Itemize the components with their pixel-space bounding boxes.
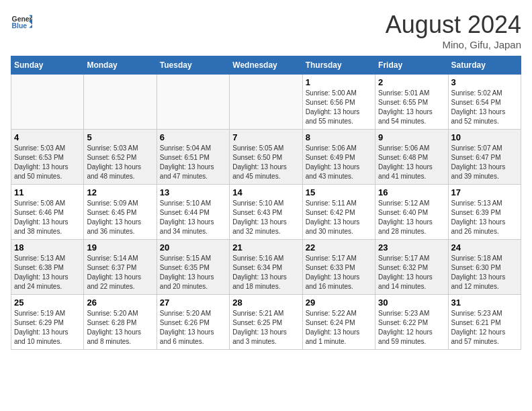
day-number: 11 bbox=[14, 187, 81, 197]
day-info: Sunrise: 5:04 AM Sunset: 6:51 PM Dayligh… bbox=[160, 144, 226, 181]
day-number: 27 bbox=[160, 298, 226, 308]
calendar-week-row: 4Sunrise: 5:03 AM Sunset: 6:53 PM Daylig… bbox=[11, 130, 521, 185]
day-of-week-header: Thursday bbox=[302, 56, 375, 75]
calendar-cell: 29Sunrise: 5:22 AM Sunset: 6:24 PM Dayli… bbox=[302, 295, 375, 350]
day-info: Sunrise: 5:19 AM Sunset: 6:29 PM Dayligh… bbox=[14, 309, 81, 347]
calendar-cell: 21Sunrise: 5:16 AM Sunset: 6:34 PM Dayli… bbox=[230, 240, 302, 295]
day-number: 20 bbox=[160, 242, 226, 253]
calendar-cell: 14Sunrise: 5:10 AM Sunset: 6:43 PM Dayli… bbox=[230, 185, 302, 240]
day-info: Sunrise: 5:17 AM Sunset: 6:33 PM Dayligh… bbox=[306, 254, 372, 291]
day-info: Sunrise: 5:06 AM Sunset: 6:48 PM Dayligh… bbox=[378, 144, 445, 181]
title-area: August 2024 Mino, Gifu, Japan bbox=[386, 11, 521, 50]
day-number: 6 bbox=[160, 132, 226, 142]
day-info: Sunrise: 5:20 AM Sunset: 6:28 PM Dayligh… bbox=[87, 309, 153, 347]
day-number: 31 bbox=[451, 298, 518, 308]
day-info: Sunrise: 5:05 AM Sunset: 6:50 PM Dayligh… bbox=[232, 144, 299, 181]
calendar-cell: 13Sunrise: 5:10 AM Sunset: 6:44 PM Dayli… bbox=[157, 185, 229, 240]
day-info: Sunrise: 5:10 AM Sunset: 6:43 PM Dayligh… bbox=[232, 199, 299, 236]
day-info: Sunrise: 5:09 AM Sunset: 6:45 PM Dayligh… bbox=[87, 199, 153, 236]
day-number: 29 bbox=[306, 298, 372, 308]
logo: General Blue bbox=[11, 11, 32, 32]
day-info: Sunrise: 5:03 AM Sunset: 6:53 PM Dayligh… bbox=[14, 144, 81, 181]
calendar-cell bbox=[157, 75, 229, 130]
calendar-cell: 1Sunrise: 5:00 AM Sunset: 6:56 PM Daylig… bbox=[302, 75, 375, 130]
day-of-week-header: Sunday bbox=[11, 56, 84, 75]
day-info: Sunrise: 5:10 AM Sunset: 6:44 PM Dayligh… bbox=[160, 199, 226, 236]
day-info: Sunrise: 5:23 AM Sunset: 6:21 PM Dayligh… bbox=[451, 309, 518, 347]
day-number: 17 bbox=[451, 187, 518, 197]
calendar-cell: 4Sunrise: 5:03 AM Sunset: 6:53 PM Daylig… bbox=[11, 130, 84, 185]
calendar-cell: 30Sunrise: 5:23 AM Sunset: 6:22 PM Dayli… bbox=[375, 295, 448, 350]
calendar-cell bbox=[230, 75, 302, 130]
calendar-cell: 15Sunrise: 5:11 AM Sunset: 6:42 PM Dayli… bbox=[302, 185, 375, 240]
day-number: 5 bbox=[87, 132, 153, 142]
day-number: 21 bbox=[232, 242, 299, 253]
day-info: Sunrise: 5:03 AM Sunset: 6:52 PM Dayligh… bbox=[87, 144, 153, 181]
day-info: Sunrise: 5:07 AM Sunset: 6:47 PM Dayligh… bbox=[451, 144, 518, 181]
day-info: Sunrise: 5:02 AM Sunset: 6:54 PM Dayligh… bbox=[451, 89, 518, 126]
day-info: Sunrise: 5:16 AM Sunset: 6:34 PM Dayligh… bbox=[232, 254, 299, 291]
calendar-week-row: 1Sunrise: 5:00 AM Sunset: 6:56 PM Daylig… bbox=[11, 75, 521, 130]
day-number: 30 bbox=[378, 298, 445, 308]
day-number: 4 bbox=[14, 132, 81, 142]
day-info: Sunrise: 5:22 AM Sunset: 6:24 PM Dayligh… bbox=[306, 309, 372, 347]
calendar-cell: 26Sunrise: 5:20 AM Sunset: 6:28 PM Dayli… bbox=[84, 295, 157, 350]
day-number: 12 bbox=[87, 187, 153, 197]
day-of-week-header: Tuesday bbox=[157, 56, 229, 75]
day-number: 9 bbox=[378, 132, 445, 142]
calendar-cell bbox=[84, 75, 157, 130]
calendar-cell: 3Sunrise: 5:02 AM Sunset: 6:54 PM Daylig… bbox=[448, 75, 521, 130]
day-of-week-header: Friday bbox=[375, 56, 448, 75]
day-info: Sunrise: 5:15 AM Sunset: 6:35 PM Dayligh… bbox=[160, 254, 226, 291]
day-info: Sunrise: 5:18 AM Sunset: 6:30 PM Dayligh… bbox=[451, 254, 518, 291]
day-number: 15 bbox=[306, 187, 372, 197]
calendar-cell: 25Sunrise: 5:19 AM Sunset: 6:29 PM Dayli… bbox=[11, 295, 84, 350]
calendar-cell: 31Sunrise: 5:23 AM Sunset: 6:21 PM Dayli… bbox=[448, 295, 521, 350]
calendar-cell: 9Sunrise: 5:06 AM Sunset: 6:48 PM Daylig… bbox=[375, 130, 448, 185]
day-number: 26 bbox=[87, 298, 153, 308]
day-number: 2 bbox=[378, 77, 445, 87]
calendar-cell bbox=[11, 75, 84, 130]
calendar-table: SundayMondayTuesdayWednesdayThursdayFrid… bbox=[11, 56, 521, 350]
calendar-cell: 20Sunrise: 5:15 AM Sunset: 6:35 PM Dayli… bbox=[157, 240, 229, 295]
calendar-week-row: 25Sunrise: 5:19 AM Sunset: 6:29 PM Dayli… bbox=[11, 295, 521, 350]
day-number: 28 bbox=[232, 298, 299, 308]
day-info: Sunrise: 5:17 AM Sunset: 6:32 PM Dayligh… bbox=[378, 254, 445, 291]
day-info: Sunrise: 5:00 AM Sunset: 6:56 PM Dayligh… bbox=[306, 89, 372, 126]
calendar-week-row: 18Sunrise: 5:13 AM Sunset: 6:38 PM Dayli… bbox=[11, 240, 521, 295]
day-number: 13 bbox=[160, 187, 226, 197]
day-number: 23 bbox=[378, 242, 445, 253]
calendar-cell: 7Sunrise: 5:05 AM Sunset: 6:50 PM Daylig… bbox=[230, 130, 302, 185]
day-info: Sunrise: 5:14 AM Sunset: 6:37 PM Dayligh… bbox=[87, 254, 153, 291]
day-number: 25 bbox=[14, 298, 81, 308]
calendar-cell: 24Sunrise: 5:18 AM Sunset: 6:30 PM Dayli… bbox=[448, 240, 521, 295]
day-number: 8 bbox=[306, 132, 372, 142]
calendar-cell: 18Sunrise: 5:13 AM Sunset: 6:38 PM Dayli… bbox=[11, 240, 84, 295]
calendar-cell: 8Sunrise: 5:06 AM Sunset: 6:49 PM Daylig… bbox=[302, 130, 375, 185]
day-info: Sunrise: 5:21 AM Sunset: 6:25 PM Dayligh… bbox=[232, 309, 299, 347]
calendar-cell: 10Sunrise: 5:07 AM Sunset: 6:47 PM Dayli… bbox=[448, 130, 521, 185]
day-number: 18 bbox=[14, 242, 81, 253]
day-info: Sunrise: 5:20 AM Sunset: 6:26 PM Dayligh… bbox=[160, 309, 226, 347]
day-number: 24 bbox=[451, 242, 518, 253]
calendar-cell: 17Sunrise: 5:13 AM Sunset: 6:39 PM Dayli… bbox=[448, 185, 521, 240]
header: General Blue August 2024 Mino, Gifu, Jap… bbox=[11, 11, 521, 50]
day-of-week-header: Saturday bbox=[448, 56, 521, 75]
day-of-week-header: Wednesday bbox=[230, 56, 302, 75]
calendar-cell: 16Sunrise: 5:12 AM Sunset: 6:40 PM Dayli… bbox=[375, 185, 448, 240]
calendar-week-row: 11Sunrise: 5:08 AM Sunset: 6:46 PM Dayli… bbox=[11, 185, 521, 240]
calendar-cell: 12Sunrise: 5:09 AM Sunset: 6:45 PM Dayli… bbox=[84, 185, 157, 240]
day-number: 16 bbox=[378, 187, 445, 197]
day-number: 22 bbox=[306, 242, 372, 253]
calendar-cell: 27Sunrise: 5:20 AM Sunset: 6:26 PM Dayli… bbox=[157, 295, 229, 350]
calendar-cell: 22Sunrise: 5:17 AM Sunset: 6:33 PM Dayli… bbox=[302, 240, 375, 295]
logo-icon: General Blue bbox=[11, 11, 32, 32]
day-info: Sunrise: 5:06 AM Sunset: 6:49 PM Dayligh… bbox=[306, 144, 372, 181]
day-number: 1 bbox=[306, 77, 372, 87]
calendar-cell: 19Sunrise: 5:14 AM Sunset: 6:37 PM Dayli… bbox=[84, 240, 157, 295]
svg-text:Blue: Blue bbox=[12, 22, 28, 30]
day-number: 7 bbox=[232, 132, 299, 142]
calendar-cell: 23Sunrise: 5:17 AM Sunset: 6:32 PM Dayli… bbox=[375, 240, 448, 295]
day-info: Sunrise: 5:01 AM Sunset: 6:55 PM Dayligh… bbox=[378, 89, 445, 126]
sub-title: Mino, Gifu, Japan bbox=[386, 39, 521, 50]
